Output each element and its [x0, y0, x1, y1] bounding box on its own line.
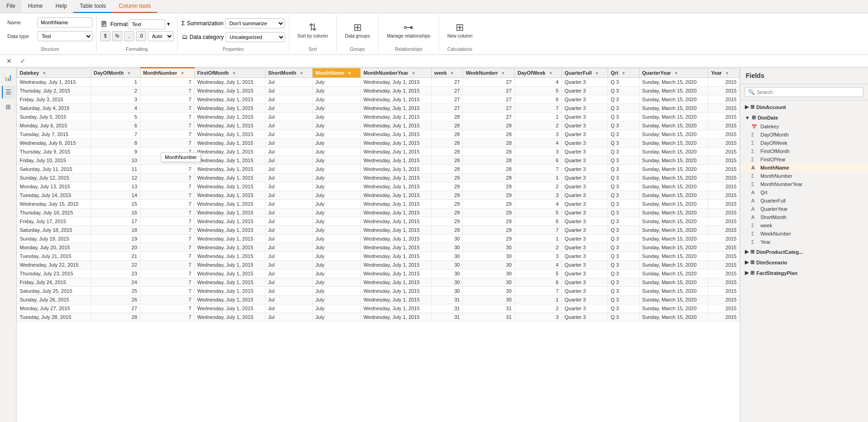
field-weeknumber[interactable]: Σ WeekNumber	[740, 230, 868, 238]
manage-relationships-btn[interactable]: ⊶ Manage relationships	[382, 19, 435, 42]
table-cell: 4	[515, 200, 562, 208]
tab-help[interactable]: Help	[49, 0, 73, 13]
data-view-icon[interactable]: ☰	[2, 86, 15, 99]
model-view-icon[interactable]: ⊞	[2, 100, 15, 113]
table-cell: Wednesday, July 1, 2015	[361, 287, 432, 296]
table-row: Tuesday, July 7, 201577Wednesday, July 1…	[17, 130, 740, 139]
table-cell: July	[313, 87, 361, 95]
tab-home[interactable]: Home	[22, 0, 49, 13]
fields-search-input[interactable]	[757, 89, 860, 95]
field-group-header-factstrategyplan[interactable]: ▶ ⊞ FactStrategyPlan	[740, 268, 868, 278]
col-monthnumberyear[interactable]: MonthNumberYear ▼	[361, 68, 432, 78]
data-groups-btn[interactable]: ⊞ Data groups	[340, 19, 374, 42]
col-quarteryear[interactable]: QuarterYear ▼	[639, 68, 708, 78]
summarization-select[interactable]: Don't summarize	[225, 18, 285, 28]
field-group-header-dimscenario[interactable]: ▶ ⊞ DimScenario	[740, 258, 868, 267]
table-cell: July	[313, 200, 361, 208]
field-group-header-dimdate[interactable]: ▼ ⊞ DimDate	[740, 113, 868, 122]
field-year[interactable]: Σ Year	[740, 238, 868, 246]
col-qrt[interactable]: Qrt ▼	[608, 68, 640, 78]
field-monthnumberyear[interactable]: Σ MonthNumberYear	[740, 180, 868, 188]
table-cell: Wednesday, July 1, 2015	[17, 78, 91, 87]
field-dayofmonth[interactable]: Σ DayOfMonth	[740, 131, 868, 139]
table-cell: Tuesday, July 28, 2015	[17, 313, 91, 322]
table-cell: Quarter 3	[562, 78, 608, 87]
table-cell: 9	[91, 148, 140, 156]
field-qrt[interactable]: A Qrt	[740, 188, 868, 197]
col-shortmonth[interactable]: ShortMonth ▼	[265, 68, 313, 78]
table-cell: July	[313, 208, 361, 217]
table-cell: Q 3	[608, 217, 640, 226]
field-quarterfull[interactable]: A QuarterFull	[740, 197, 868, 205]
table-cell: Q 3	[608, 226, 640, 235]
table-cell: Wednesday, July 1, 2015	[361, 243, 432, 252]
decimal-btn[interactable]: .0	[136, 31, 146, 41]
field-dayofweek[interactable]: Σ DayOfWeek	[740, 139, 868, 147]
tab-column-tools[interactable]: Column tools	[112, 0, 157, 13]
data-type-select[interactable]: Text	[38, 31, 92, 41]
col-dayofweek[interactable]: DayOfWeek ▼	[515, 68, 562, 78]
table-cell: 28	[463, 148, 515, 156]
table-cell: Jul	[265, 156, 313, 165]
table-cell: Jul	[265, 278, 313, 287]
table-cell: 29	[463, 226, 515, 235]
tab-table-tools[interactable]: Table tools	[73, 0, 112, 13]
table-cell: 29	[463, 217, 515, 226]
name-input[interactable]	[38, 17, 92, 27]
table-cell: 28	[463, 130, 515, 139]
field-group-header-dimproductcateg[interactable]: ▶ ⊞ DimProductCateg...	[740, 247, 868, 257]
table-cell: Sunday, March 15, 2020	[639, 104, 708, 113]
table-cell: 2015	[708, 200, 740, 208]
col-weeknumber[interactable]: WeekNumber ▼	[463, 68, 515, 78]
field-firstofmonth[interactable]: Σ FirstOfMonth	[740, 147, 868, 155]
col-monthnumber[interactable]: MonthNumber ▼	[140, 68, 194, 78]
format-dropdown-icon[interactable]: ▼	[166, 22, 171, 27]
table-cell: 7	[140, 243, 194, 252]
confirm-btn[interactable]: ✓	[17, 56, 28, 66]
table-cell: Jul	[265, 148, 313, 156]
field-monthname[interactable]: A MonthName	[740, 164, 868, 172]
table-cell: 1	[515, 296, 562, 304]
currency-btn[interactable]: $	[100, 31, 110, 41]
table-cell: Wednesday, July 1, 2015	[194, 182, 265, 191]
table-cell: 2015	[708, 235, 740, 243]
field-week[interactable]: Σ week	[740, 221, 868, 230]
table-cell: 7	[140, 226, 194, 235]
comma-btn[interactable]: ,	[124, 31, 134, 41]
chevron-right-icon: ▶	[745, 104, 749, 110]
table-cell: Jul	[265, 191, 313, 200]
percent-btn[interactable]: %	[112, 31, 122, 41]
table-cell: 2015	[708, 139, 740, 148]
col-quarterfull[interactable]: QuarterFull ▼	[562, 68, 608, 78]
col-firstofmonth[interactable]: FirstOfMonth ▼	[194, 68, 265, 78]
new-column-btn[interactable]: ⊞ New column	[443, 19, 477, 42]
field-shortmonth[interactable]: A ShortMonth	[740, 213, 868, 221]
table-cell: Wednesday, July 1, 2015	[194, 95, 265, 104]
auto-select[interactable]: Auto	[148, 31, 174, 41]
field-monthnumber[interactable]: Σ MonthNumber	[740, 172, 868, 180]
table-cell: July	[313, 148, 361, 156]
tab-file[interactable]: File	[0, 0, 22, 13]
col-datekey[interactable]: Datekey ▼	[17, 68, 91, 78]
confirm-bar: ✕ ✓	[0, 55, 868, 67]
table-cell: Sunday, March 15, 2020	[639, 243, 708, 252]
col-monthname[interactable]: MonthName ▼	[313, 68, 361, 78]
cancel-btn[interactable]: ✕	[4, 56, 15, 66]
table-row: Thursday, July 23, 2015237Wednesday, Jul…	[17, 269, 740, 278]
data-category-select[interactable]: Uncategorized	[226, 32, 285, 42]
col-week[interactable]: week ▼	[431, 68, 463, 78]
table-cell: 29	[431, 208, 463, 217]
field-datekey[interactable]: 📅 Datekey	[740, 122, 868, 131]
report-view-icon[interactable]: 📊	[2, 71, 15, 84]
table-row: Wednesday, July 15, 2015157Wednesday, Ju…	[17, 200, 740, 208]
col-dayofmonth[interactable]: DayOfMonth ▼	[91, 68, 140, 78]
table-cell: 2	[515, 243, 562, 252]
field-quarteryear[interactable]: A QuarterYear	[740, 205, 868, 213]
field-group-header-dimaccount[interactable]: ▶ ⊞ DimAccount	[740, 102, 868, 112]
format-input[interactable]	[129, 19, 165, 29]
dimaccount-label: DimAccount	[756, 104, 786, 110]
field-firstofyear[interactable]: Σ FirstOfYear	[740, 155, 868, 164]
col-year[interactable]: Year ▼	[708, 68, 740, 78]
sort-by-column-btn[interactable]: ⇅ Sort by column	[293, 19, 333, 42]
table-cell: Q 3	[608, 130, 640, 139]
